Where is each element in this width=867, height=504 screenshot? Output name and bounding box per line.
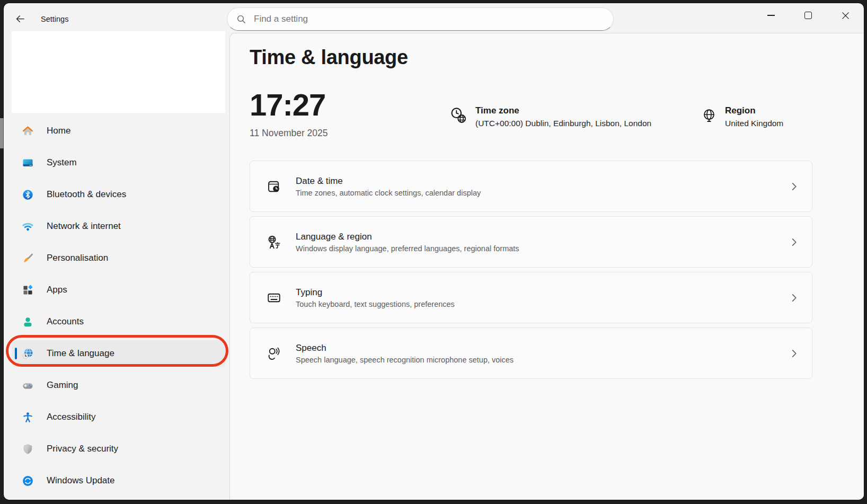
region-globe-icon — [701, 107, 717, 128]
sidebar-item-accessibility[interactable]: Accessibility — [12, 404, 225, 430]
card-typing[interactable]: Typing Touch keyboard, text suggestions,… — [250, 272, 812, 323]
person-icon — [22, 316, 34, 328]
language-region-icon — [266, 234, 282, 250]
chevron-right-icon — [792, 182, 797, 190]
card-title: Speech — [296, 343, 514, 353]
sidebar-item-privacy-security[interactable]: Privacy & security — [12, 436, 225, 462]
content-pane: Time & language 17:27 11 November 2025 T… — [229, 33, 864, 500]
current-date: 11 November 2025 — [250, 128, 328, 139]
settings-window: Settings Home — [4, 3, 864, 500]
gamepad-icon — [22, 379, 34, 392]
timezone-summary: Time zone (UTC+00:00) Dublin, Edinburgh,… — [449, 105, 651, 128]
sidebar-item-system[interactable]: System — [12, 149, 225, 176]
background-window-edge — [0, 118, 4, 148]
sidebar-item-network-internet[interactable]: Network & internet — [12, 213, 225, 240]
search-icon — [236, 14, 246, 24]
user-profile-placeholder — [12, 31, 225, 113]
window-controls — [753, 3, 864, 28]
sidebar-item-apps[interactable]: Apps — [12, 277, 225, 303]
card-date-time[interactable]: Date & time Time zones, automatic clock … — [250, 161, 812, 212]
sidebar-item-label: Time & language — [47, 348, 114, 359]
selected-indicator — [15, 348, 17, 359]
time-language-icon — [22, 348, 34, 360]
search-input[interactable] — [253, 13, 604, 25]
back-arrow-icon — [15, 14, 26, 25]
close-button[interactable] — [827, 3, 864, 28]
back-button[interactable] — [11, 11, 29, 28]
card-subtitle: Time zones, automatic clock settings, ca… — [296, 189, 481, 197]
apps-icon — [22, 284, 34, 296]
date-time-icon — [266, 179, 282, 194]
card-subtitle: Touch keyboard, text suggestions, prefer… — [296, 300, 455, 308]
sidebar-item-gaming[interactable]: Gaming — [12, 372, 225, 399]
sidebar-item-label: Gaming — [47, 380, 78, 391]
sidebar-item-bluetooth-devices[interactable]: Bluetooth & devices — [12, 181, 225, 208]
clock-block: 17:27 11 November 2025 — [250, 90, 328, 139]
bluetooth-icon — [22, 189, 34, 201]
region-summary: Region United Kingdom — [701, 105, 783, 128]
page-title: Time & language — [250, 46, 408, 69]
card-subtitle: Windows display language, preferred lang… — [296, 244, 519, 253]
timezone-value: (UTC+00:00) Dublin, Edinburgh, Lisbon, L… — [475, 119, 651, 128]
card-speech[interactable]: Speech Speech language, speech recogniti… — [250, 328, 812, 379]
card-subtitle: Speech language, speech recognition micr… — [296, 356, 514, 364]
sidebar-item-label: Bluetooth & devices — [47, 189, 126, 200]
sidebar-item-windows-update[interactable]: Windows Update — [12, 467, 225, 494]
chevron-right-icon — [792, 294, 797, 302]
paintbrush-icon — [22, 252, 34, 264]
card-title: Typing — [296, 287, 455, 298]
chevron-right-icon — [792, 349, 797, 357]
sidebar-nav: Home System Bluetooth & d — [12, 118, 225, 499]
maximize-button[interactable] — [790, 3, 827, 28]
sidebar-item-time-language[interactable]: Time & language — [12, 340, 225, 367]
sidebar-item-label: Privacy & security — [47, 444, 118, 454]
shield-icon — [22, 443, 34, 455]
speech-icon — [266, 346, 282, 361]
sidebar-item-label: Windows Update — [47, 475, 115, 486]
app-title: Settings — [41, 15, 68, 23]
typing-keyboard-icon — [266, 290, 282, 306]
minimize-button[interactable] — [753, 3, 790, 28]
sidebar-item-label: Home — [47, 126, 70, 136]
card-language-region[interactable]: Language & region Windows display langua… — [250, 216, 812, 268]
maximize-icon — [804, 12, 812, 19]
wifi-icon — [22, 220, 34, 233]
minimize-icon — [767, 15, 775, 16]
accessibility-person-icon — [22, 411, 34, 423]
sidebar-item-label: Apps — [47, 285, 67, 295]
sidebar-item-label: Accessibility — [47, 412, 96, 422]
timezone-clock-globe-icon — [449, 107, 467, 128]
card-title: Language & region — [296, 232, 519, 242]
sidebar-item-home[interactable]: Home — [12, 118, 225, 144]
timezone-label: Time zone — [475, 105, 651, 116]
system-icon — [22, 157, 34, 169]
sidebar-item-label: Network & internet — [47, 221, 121, 232]
current-time: 17:27 — [250, 90, 328, 120]
chevron-right-icon — [792, 238, 797, 246]
region-label: Region — [725, 105, 783, 116]
sidebar-item-accounts[interactable]: Accounts — [12, 308, 225, 335]
sync-arrows-icon — [22, 475, 34, 487]
search-box[interactable] — [227, 7, 614, 31]
settings-card-list: Date & time Time zones, automatic clock … — [250, 161, 812, 383]
close-icon — [842, 12, 850, 20]
card-title: Date & time — [296, 176, 481, 187]
home-icon — [22, 125, 34, 137]
sidebar-item-label: Accounts — [47, 316, 84, 327]
region-value: United Kingdom — [725, 119, 783, 128]
sidebar-item-label: System — [47, 157, 77, 168]
sidebar-item-personalisation[interactable]: Personalisation — [12, 245, 225, 271]
sidebar-item-label: Personalisation — [47, 253, 108, 263]
